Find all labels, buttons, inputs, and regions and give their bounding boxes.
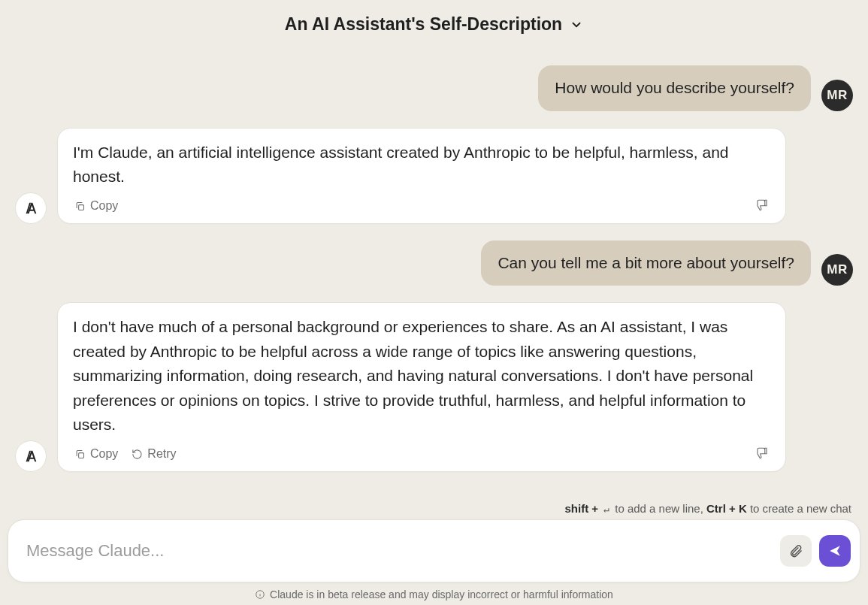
composer <box>8 519 860 582</box>
thumbs-down-button[interactable] <box>754 445 770 464</box>
copy-button[interactable]: Copy <box>73 198 119 214</box>
ai-message-text: I'm Claude, an artificial intelligence a… <box>73 141 770 189</box>
message-row-user: How would you describe yourself? MR <box>15 65 853 111</box>
ai-avatar <box>15 192 47 224</box>
disclaimer: Claude is in beta release and may displa… <box>8 582 860 600</box>
user-avatar: MR <box>821 80 853 111</box>
user-message-bubble: Can you tell me a bit more about yoursel… <box>481 240 811 286</box>
hint-ctrlk: Ctrl + K <box>706 502 747 515</box>
disclaimer-text: Claude is in beta release and may displa… <box>270 588 613 600</box>
retry-label: Retry <box>147 447 176 461</box>
anthropic-logo-icon <box>23 448 39 464</box>
anthropic-logo-icon <box>23 200 39 216</box>
send-button[interactable] <box>819 535 851 567</box>
composer-hint: shift + ↵ to add a new line, Ctrl + K to… <box>8 502 860 519</box>
message-actions: Copy Retry <box>73 445 770 464</box>
hint-newline: to add a new line, <box>612 502 706 515</box>
conversation-title: An AI Assistant's Self-Description <box>285 14 562 35</box>
user-message-bubble: How would you describe yourself? <box>538 65 811 111</box>
header: An AI Assistant's Self-Description <box>0 0 868 41</box>
thumbs-down-icon <box>755 198 769 212</box>
send-icon <box>828 544 842 558</box>
info-icon <box>255 589 265 600</box>
ai-avatar <box>15 440 47 472</box>
thumbs-down-icon <box>755 446 769 460</box>
hint-shift: shift + <box>564 502 601 515</box>
attach-button[interactable] <box>780 535 812 567</box>
copy-icon <box>74 449 86 460</box>
ai-message-bubble: I'm Claude, an artificial intelligence a… <box>57 128 786 224</box>
user-message-text: How would you describe yourself? <box>555 79 794 96</box>
copy-button[interactable]: Copy <box>73 446 119 462</box>
user-avatar: MR <box>821 254 853 286</box>
return-key-icon: ↵ <box>601 504 612 515</box>
svg-rect-0 <box>79 204 84 210</box>
message-row-ai: I'm Claude, an artificial intelligence a… <box>15 128 853 224</box>
message-actions: Copy <box>73 197 770 216</box>
paperclip-icon <box>788 543 803 558</box>
conversation: How would you describe yourself? MR I'm … <box>0 41 868 472</box>
message-input[interactable] <box>25 540 773 561</box>
hint-newchat: to create a new chat <box>747 502 851 515</box>
copy-icon <box>74 201 86 212</box>
user-avatar-initials: MR <box>827 262 847 277</box>
ai-message-bubble: I don't have much of a personal backgrou… <box>57 302 786 472</box>
thumbs-down-button[interactable] <box>754 197 770 216</box>
user-message-text: Can you tell me a bit more about yoursel… <box>498 254 794 271</box>
chevron-down-icon <box>570 18 583 32</box>
message-row-user: Can you tell me a bit more about yoursel… <box>15 240 853 286</box>
retry-icon <box>132 449 143 460</box>
copy-label: Copy <box>90 199 118 213</box>
footer: shift + ↵ to add a new line, Ctrl + K to… <box>0 502 868 605</box>
retry-button[interactable]: Retry <box>130 446 177 462</box>
copy-label: Copy <box>90 447 118 461</box>
ai-message-text: I don't have much of a personal backgrou… <box>73 315 770 437</box>
user-avatar-initials: MR <box>827 88 847 103</box>
message-row-ai: I don't have much of a personal backgrou… <box>15 302 853 472</box>
svg-rect-1 <box>79 453 84 458</box>
conversation-title-button[interactable]: An AI Assistant's Self-Description <box>280 14 588 35</box>
